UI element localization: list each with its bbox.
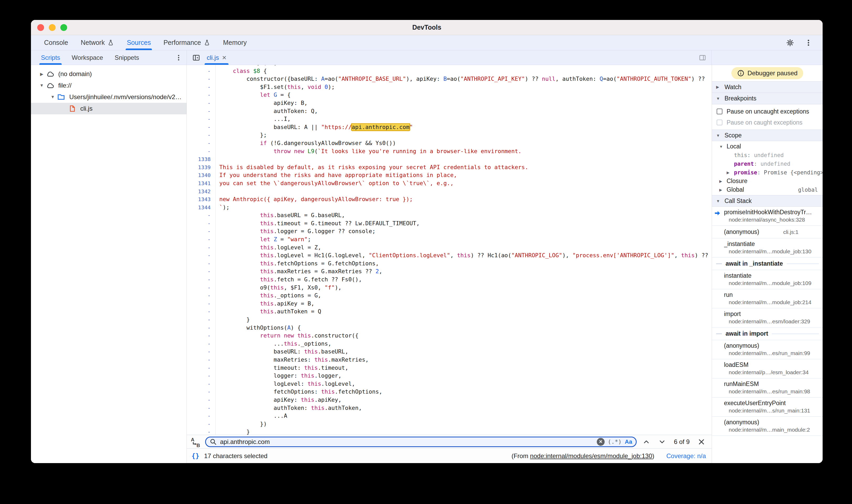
line-number-gutter[interactable]: - xyxy=(187,324,216,332)
watch-section-header[interactable]: ▶ Watch xyxy=(712,81,823,93)
scope-variable-promise[interactable]: ▶promise: Promise {<pending>} xyxy=(712,168,823,177)
line-number-gutter[interactable]: 1344 xyxy=(187,203,216,212)
minimize-window-button[interactable] xyxy=(49,24,56,31)
callstack-frame[interactable]: (anonymous)node:internal/m…main_module:2 xyxy=(712,417,823,436)
callstack-frame[interactable]: runnode:internal/m…module_job:214 xyxy=(712,289,823,308)
main-tab-console[interactable]: Console xyxy=(38,35,74,50)
line-number-gutter[interactable]: - xyxy=(187,356,216,364)
chevron-right-icon[interactable]: ▶ xyxy=(38,72,46,76)
callstack-frame[interactable]: _instantiatenode:internal/m…module_job:1… xyxy=(712,238,823,257)
line-number-gutter[interactable]: 1338 xyxy=(187,155,216,163)
line-number-gutter[interactable]: - xyxy=(187,227,216,235)
line-number-gutter[interactable]: - xyxy=(187,235,216,244)
line-number-gutter[interactable]: - xyxy=(187,348,216,356)
coverage-link[interactable]: Coverage: n/a xyxy=(666,452,706,460)
chevron-down-icon[interactable]: ▼ xyxy=(49,95,57,100)
more-button[interactable] xyxy=(803,37,814,49)
frame-location[interactable]: node:internal/p…/esm_loader:34 xyxy=(724,369,820,376)
callstack-frame[interactable]: promiseInitHookWithDestroyTr…node:intern… xyxy=(712,206,823,226)
line-number-gutter[interactable]: - xyxy=(187,380,216,388)
zoom-window-button[interactable] xyxy=(60,24,67,31)
line-number-gutter[interactable]: 1343 xyxy=(187,195,216,203)
pretty-print-icon[interactable]: {} xyxy=(192,452,199,460)
scope-variable-this[interactable]: this: undefined xyxy=(712,151,823,159)
line-number-gutter[interactable]: - xyxy=(187,340,216,348)
main-tab-performance[interactable]: Performance xyxy=(157,35,217,50)
line-number-gutter[interactable]: - xyxy=(187,67,216,75)
callstack-frame[interactable]: importnode:internal/m…esm/loader:329 xyxy=(712,308,823,327)
line-number-gutter[interactable]: - xyxy=(187,388,216,396)
navigator-tab-scripts[interactable]: Scripts xyxy=(35,50,66,65)
line-number-gutter[interactable]: - xyxy=(187,211,216,219)
tree-item-users-jinhuilee-nvm-versions-node-v2-[interactable]: ▼Users/jinhuilee/.nvm/versions/node/v2… xyxy=(31,91,187,103)
line-number-gutter[interactable]: - xyxy=(187,308,216,316)
line-number-gutter[interactable]: - xyxy=(187,284,216,292)
chevron-right-icon[interactable]: ▶ xyxy=(719,188,727,192)
line-number-gutter[interactable]: - xyxy=(187,251,216,259)
scope-variable-parent[interactable]: parent: undefined xyxy=(712,159,823,168)
line-number-gutter[interactable]: - xyxy=(187,412,216,420)
line-number-gutter[interactable]: - xyxy=(187,139,216,147)
frame-location[interactable]: node:internal/m…es/run_main:98 xyxy=(724,388,820,395)
line-number-gutter[interactable]: - xyxy=(187,91,216,99)
line-number-gutter[interactable]: 1342 xyxy=(187,187,216,196)
regex-toggle[interactable]: (.*) xyxy=(608,438,622,445)
main-tab-network[interactable]: Network xyxy=(74,35,121,50)
callstack-section-header[interactable]: ▼ Call Stack xyxy=(712,195,823,206)
line-number-gutter[interactable]: - xyxy=(187,131,216,139)
checkbox-unchecked[interactable] xyxy=(717,120,723,125)
callstack-frame[interactable]: executeUserEntryPointnode:internal/m…s/r… xyxy=(712,398,823,417)
scope-group-global[interactable]: ▶Globalglobal xyxy=(712,185,823,194)
tree-item-cli-js[interactable]: cli.js xyxy=(31,103,187,114)
navigator-tab-snippets[interactable]: Snippets xyxy=(109,50,145,65)
breakpoint-option[interactable]: Pause on caught exceptions xyxy=(712,117,823,128)
callstack-frame[interactable]: runMainESMnode:internal/m…es/run_main:98 xyxy=(712,378,823,398)
line-number-gutter[interactable]: 1340 xyxy=(187,171,216,179)
line-number-gutter[interactable]: - xyxy=(187,332,216,340)
scope-group-closure[interactable]: ▶Closure xyxy=(712,177,823,185)
callstack-frame[interactable]: instantiatenode:internal/m…module_job:10… xyxy=(712,270,823,289)
toggle-navigator-button[interactable] xyxy=(191,52,202,64)
line-number-gutter[interactable]: - xyxy=(187,428,216,435)
line-number-gutter[interactable]: - xyxy=(187,99,216,107)
line-number-gutter[interactable]: - xyxy=(187,123,216,131)
frame-location[interactable]: cli.js:1 xyxy=(783,229,798,235)
chevron-down-icon[interactable]: ▼ xyxy=(38,83,46,88)
line-number-gutter[interactable]: - xyxy=(187,292,216,300)
frame-location[interactable]: node:internal/m…esm/loader:329 xyxy=(724,318,820,325)
main-tab-sources[interactable]: Sources xyxy=(120,35,157,50)
frame-location[interactable]: node:internal/m…s/run_main:131 xyxy=(724,408,820,414)
line-number-gutter[interactable]: - xyxy=(187,83,216,91)
line-number-gutter[interactable]: - xyxy=(187,268,216,275)
callstack-frame[interactable]: loadESMnode:internal/p…/esm_loader:34 xyxy=(712,359,823,378)
scope-group-local[interactable]: ▼Local xyxy=(712,142,823,151)
breakpoints-section-header[interactable]: ▼ Breakpoints xyxy=(712,93,823,104)
line-number-gutter[interactable]: - xyxy=(187,396,216,404)
frame-location[interactable]: node:internal/m…es/run_main:99 xyxy=(724,350,820,356)
toggle-debugger-sidebar-button[interactable] xyxy=(697,52,708,64)
frame-location[interactable]: node:internal/m…module_job:214 xyxy=(724,299,820,306)
scope-section-header[interactable]: ▼ Scope xyxy=(712,129,823,141)
callstack-frame[interactable]: (anonymous)node:internal/m…es/run_main:9… xyxy=(712,340,823,359)
chevron-right-icon[interactable]: ▶ xyxy=(727,170,734,175)
callstack-frame[interactable]: (anonymous)cli.js:1 xyxy=(712,226,823,238)
close-window-button[interactable] xyxy=(37,24,44,31)
match-case-toggle[interactable]: Aa xyxy=(625,438,632,445)
frame-location[interactable]: node:internal/m…module_job:109 xyxy=(724,280,820,286)
source-map-link[interactable]: node:internal/modules/esm/module_job:130 xyxy=(530,452,652,460)
search-field[interactable]: ✕ (.*) Aa xyxy=(205,437,637,447)
file-tab-clijs[interactable]: cli.js × xyxy=(202,50,231,65)
search-input[interactable] xyxy=(220,438,593,446)
main-tab-memory[interactable]: Memory xyxy=(217,35,253,50)
code-editor[interactable]: var Xs0, $F1;- class $8 {- constructor({… xyxy=(187,65,712,435)
line-number-gutter[interactable]: - xyxy=(187,404,216,412)
tree-item--no-domain-[interactable]: ▶(no domain) xyxy=(31,68,187,80)
next-match-button[interactable] xyxy=(658,438,666,446)
line-number-gutter[interactable]: - xyxy=(187,259,216,268)
frame-location[interactable]: node:internal/m…main_module:2 xyxy=(724,427,820,433)
line-number-gutter[interactable]: - xyxy=(187,275,216,284)
line-number-gutter[interactable]: - xyxy=(187,244,216,252)
line-number-gutter[interactable]: - xyxy=(187,300,216,308)
close-tab-icon[interactable]: × xyxy=(222,54,226,61)
line-number-gutter[interactable] xyxy=(187,65,216,67)
